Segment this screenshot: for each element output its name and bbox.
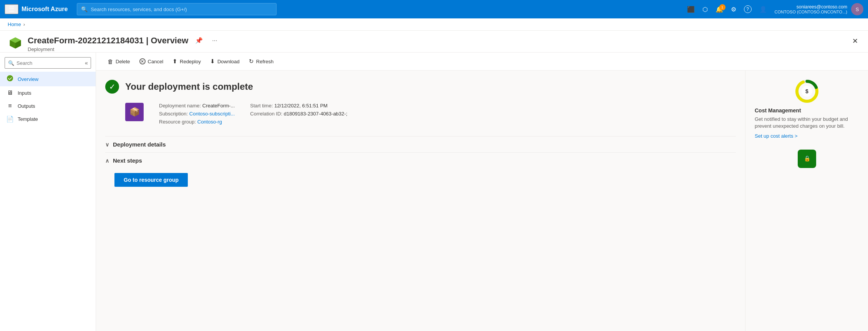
svg-text:$: $ (805, 88, 808, 94)
sidebar: 🔍 « Overview 🖥 Inputs ≡ Outputs 📄 Templa… (0, 53, 96, 331)
more-button[interactable]: ··· (210, 36, 219, 46)
cost-management-section: $ Cost Management Get notified to stay w… (755, 80, 859, 139)
breadcrumb-separator: › (23, 21, 25, 27)
redeploy-label: Redeploy (180, 59, 201, 64)
refresh-label: Refresh (256, 59, 274, 64)
deployment-name-row: Deployment name: CreateForm-... (159, 103, 235, 109)
deployment-info-section: 📦 Deployment name: CreateForm-... Subscr… (125, 103, 736, 127)
start-time-row: Start time: 12/12/2022, 6:51:51 PM (250, 103, 347, 109)
cancel-icon: ✕ (139, 58, 146, 64)
sidebar-search-box: 🔍 « (5, 57, 91, 69)
user-info: soniarees@contoso.com CONTOSO (CONTOSO.O… (775, 4, 847, 14)
outputs-icon: ≡ (6, 102, 14, 109)
sidebar-collapse-button[interactable]: « (83, 59, 89, 67)
refresh-icon: ↻ (249, 58, 254, 65)
security-shield-icon: 🔒 (798, 150, 816, 168)
azure-deployment-icon (8, 36, 22, 50)
hamburger-menu-button[interactable]: ☰ (5, 4, 18, 14)
deployment-title: Your deployment is complete (125, 81, 253, 92)
success-check-icon: ✓ (105, 80, 119, 94)
svg-point-4 (7, 75, 13, 81)
upload-icon: ⬡ (702, 6, 708, 13)
next-steps-label: Next steps (113, 157, 142, 164)
close-button[interactable]: ✕ (850, 35, 860, 47)
resource-group-label: Resource group: (159, 119, 196, 125)
page-header-text: CreateForm-20221212184031 | Overview 📌 ·… (28, 35, 845, 52)
refresh-button[interactable]: ↻ Refresh (245, 56, 278, 67)
brand-logo: Microsoft Azure (22, 6, 68, 13)
user-email: soniarees@contoso.com (775, 4, 847, 10)
sidebar-item-outputs[interactable]: ≡ Outputs (0, 99, 96, 112)
directory-icon: 👤 (759, 6, 767, 13)
overview-icon (6, 75, 14, 83)
deployment-name-value: CreateForm-... (202, 103, 235, 109)
resource-group-row: Resource group: Contoso-rg (159, 119, 235, 125)
topnav-icon-group: ⬛ ⬡ 🔔 1 ⚙ ? 👤 soniarees@contoso.com CONT… (684, 3, 863, 15)
settings-button[interactable]: ⚙ (728, 3, 739, 15)
start-time-label: Start time: (250, 103, 273, 109)
directory-button[interactable]: 👤 (756, 3, 770, 15)
deployment-resource-icon: 📦 (125, 103, 144, 121)
breadcrumb: Home › (0, 18, 868, 31)
correlation-id-row: Correlation ID: d1809183-2307-4063-ab32-… (250, 111, 347, 117)
redeploy-button[interactable]: ⬆ Redeploy (169, 56, 205, 67)
sidebar-item-overview[interactable]: Overview (0, 72, 96, 86)
pin-button[interactable]: 📌 (193, 35, 205, 46)
help-icon: ? (744, 5, 752, 13)
sidebar-item-outputs-label: Outputs (18, 103, 35, 109)
cost-management-title: Cost Management (755, 107, 859, 114)
sidebar-search-icon: 🔍 (8, 60, 14, 66)
deployment-info-right: Start time: 12/12/2022, 6:51:51 PM Corre… (250, 103, 347, 127)
start-time-value: 12/12/2022, 6:51:51 PM (274, 103, 328, 109)
settings-icon: ⚙ (731, 6, 736, 13)
subscription-link[interactable]: Contoso-subscripti... (189, 111, 235, 117)
sidebar-item-template-label: Template (18, 116, 38, 122)
set-up-cost-alerts-link[interactable]: Set up cost alerts > (755, 133, 798, 139)
notification-badge: 1 (719, 4, 726, 10)
page-title: CreateForm-20221212184031 | Overview 📌 ·… (28, 35, 845, 46)
cancel-button[interactable]: ✕ Cancel (136, 56, 167, 67)
notifications-button[interactable]: 🔔 1 (712, 3, 726, 15)
details-chevron-icon: ∨ (105, 142, 109, 148)
template-icon: 📄 (6, 115, 14, 123)
page-header: CreateForm-20221212184031 | Overview 📌 ·… (0, 31, 868, 53)
deployment-name-label: Deployment name: (159, 103, 201, 109)
search-icon: 🔍 (81, 6, 88, 12)
help-button[interactable]: ? (741, 3, 755, 15)
main-layout: 🔍 « Overview 🖥 Inputs ≡ Outputs 📄 Templa… (0, 53, 868, 331)
breadcrumb-home-link[interactable]: Home (8, 21, 21, 27)
subscription-label: Subscription: (159, 111, 188, 117)
user-tenant: CONTOSO (CONTOSO.ONCONTO...) (775, 10, 847, 14)
delete-icon: 🗑 (108, 58, 113, 65)
correlation-id-label: Correlation ID: (250, 111, 282, 117)
resource-group-link[interactable]: Contoso-rg (197, 119, 222, 125)
next-steps-section-header[interactable]: ∧ Next steps (105, 152, 736, 168)
avatar[interactable]: S (851, 3, 863, 15)
sidebar-item-template[interactable]: 📄 Template (0, 112, 96, 126)
deployment-info-left: Deployment name: CreateForm-... Subscrip… (159, 103, 235, 127)
cost-management-description: Get notified to stay within your budget … (755, 116, 859, 130)
content-main-panel: ✓ Your deployment is complete 📦 Deployme… (96, 71, 745, 331)
delete-button[interactable]: 🗑 Delete (104, 56, 134, 67)
global-search-box: 🔍 (77, 3, 277, 15)
main-content: 🗑 Delete ✕ Cancel ⬆ Redeploy ⬇ Download … (96, 53, 868, 331)
next-steps-content: Go to resource group (105, 168, 736, 191)
sidebar-search-input[interactable] (17, 60, 81, 66)
cloud-shell-icon: ⬛ (687, 6, 695, 13)
upload-button[interactable]: ⬡ (699, 3, 711, 15)
subscription-row: Subscription: Contoso-subscripti... (159, 111, 235, 117)
download-label: Download (217, 59, 240, 64)
resource-icon (8, 35, 23, 51)
sidebar-item-inputs-label: Inputs (18, 90, 31, 96)
cancel-label: Cancel (148, 59, 163, 64)
deployment-details-section-header[interactable]: ∨ Deployment details (105, 136, 736, 152)
next-steps-chevron-icon: ∧ (105, 158, 109, 164)
download-button[interactable]: ⬇ Download (206, 56, 244, 67)
global-search-input[interactable] (91, 7, 272, 12)
top-navigation: ☰ Microsoft Azure 🔍 ⬛ ⬡ 🔔 1 ⚙ ? 👤 soniar… (0, 0, 868, 18)
sidebar-item-inputs[interactable]: 🖥 Inputs (0, 86, 96, 99)
go-to-resource-group-button[interactable]: Go to resource group (114, 173, 188, 187)
toolbar: 🗑 Delete ✕ Cancel ⬆ Redeploy ⬇ Download … (96, 53, 868, 71)
cloud-shell-button[interactable]: ⬛ (684, 3, 698, 15)
page-title-text: CreateForm-20221212184031 | Overview (28, 36, 188, 46)
